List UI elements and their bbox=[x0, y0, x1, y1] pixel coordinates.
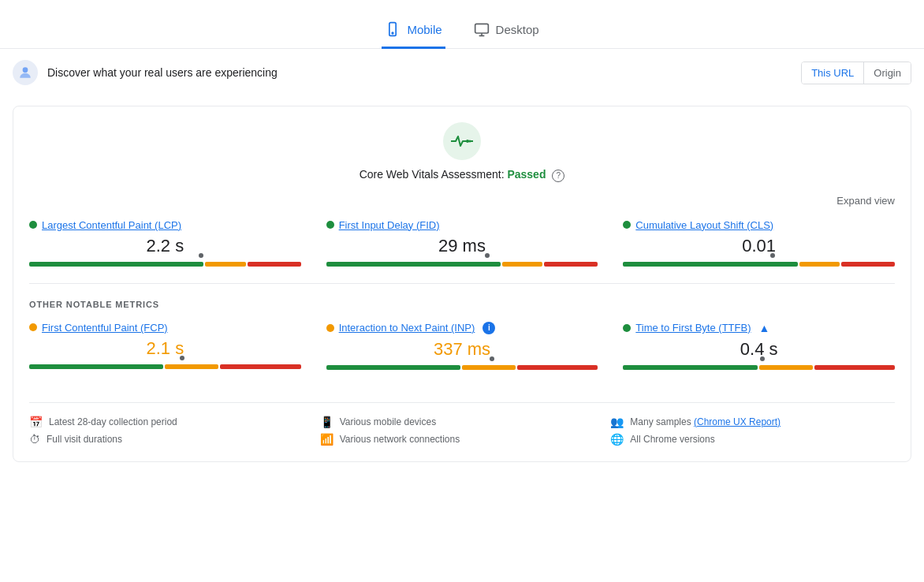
ttfb-label[interactable]: Time to First Byte (TTFB) bbox=[635, 322, 751, 334]
metric-ttfb: Time to First Byte (TTFB) ▲ 0.4 s bbox=[623, 322, 895, 371]
inp-dot bbox=[326, 324, 334, 332]
fid-value: 29 ms bbox=[326, 236, 598, 256]
ttfb-bar-marker bbox=[759, 361, 766, 372]
footer-col-3: 👥 Many samples (Chrome UX Report) 🌐 All … bbox=[610, 416, 895, 446]
calendar-icon: 📅 bbox=[29, 416, 43, 428]
metric-fcp-label-row: First Contentful Paint (FCP) bbox=[29, 322, 301, 334]
footer-chrome-text: All Chrome versions bbox=[630, 434, 714, 445]
cls-bar-red bbox=[841, 262, 895, 267]
footer-col-2: 📱 Various mobile devices 📶 Various netwo… bbox=[320, 416, 605, 446]
fid-bar-marker bbox=[484, 258, 490, 269]
metric-lcp-label-row: Largest Contentful Paint (LCP) bbox=[29, 219, 301, 231]
footer-collection-period: 📅 Latest 28-day collection period bbox=[29, 416, 314, 428]
metric-ttfb-label-row: Time to First Byte (TTFB) ▲ bbox=[623, 322, 895, 334]
ttfb-bar-orange bbox=[759, 365, 813, 370]
cwv-header: Core Web Vitals Assessment: Passed ? bbox=[29, 122, 895, 182]
ttfb-bar-red bbox=[814, 365, 895, 370]
users-icon: 👥 bbox=[610, 416, 624, 428]
lcp-bar-orange bbox=[205, 262, 245, 267]
ttfb-value: 0.4 s bbox=[623, 339, 895, 360]
fcp-dot bbox=[29, 323, 37, 331]
footer-chrome-versions: 🌐 All Chrome versions bbox=[610, 433, 895, 446]
cwv-assessment-label: Core Web Vitals Assessment: bbox=[360, 168, 505, 181]
other-metrics-title: OTHER NOTABLE METRICS bbox=[29, 300, 895, 309]
ttfb-bar bbox=[623, 364, 895, 371]
cls-bar-marker bbox=[769, 258, 776, 269]
footer-network-text: Various network connections bbox=[340, 434, 460, 445]
fid-label[interactable]: First Input Delay (FID) bbox=[339, 219, 440, 231]
fid-bar-orange bbox=[502, 262, 542, 267]
tab-mobile-label: Mobile bbox=[407, 23, 442, 36]
pulse-icon bbox=[443, 122, 481, 160]
cwv-assessment-row: Core Web Vitals Assessment: Passed ? bbox=[360, 168, 565, 182]
svg-point-5 bbox=[469, 140, 471, 143]
chrome-ux-report-link[interactable]: (Chrome UX Report) bbox=[694, 416, 781, 427]
inp-info-badge[interactable]: i bbox=[482, 322, 495, 334]
ttfb-dot bbox=[623, 324, 631, 332]
fid-bar-green bbox=[326, 262, 501, 267]
svg-rect-2 bbox=[475, 24, 488, 33]
fid-marker-dot bbox=[485, 253, 490, 258]
tab-bar: Mobile Desktop bbox=[0, 0, 924, 49]
ttfb-marker-dot bbox=[760, 356, 765, 361]
inp-bar-green bbox=[326, 365, 460, 370]
cls-dot bbox=[623, 221, 631, 229]
ttfb-bar-green bbox=[623, 365, 757, 370]
lcp-bar-marker bbox=[198, 258, 204, 269]
fcp-bar-red bbox=[220, 364, 300, 369]
metric-cls: Cumulative Layout Shift (CLS) 0.01 bbox=[623, 219, 895, 267]
metric-fcp: First Contentful Paint (FCP) 2.1 s bbox=[29, 322, 301, 371]
fcp-bar-green bbox=[29, 364, 163, 369]
tab-desktop[interactable]: Desktop bbox=[471, 13, 542, 49]
fcp-label[interactable]: First Contentful Paint (FCP) bbox=[42, 322, 168, 334]
svg-point-3 bbox=[23, 67, 28, 73]
this-url-button[interactable]: This URL bbox=[802, 62, 864, 84]
metric-inp-label-row: Interaction to Next Paint (INP) i bbox=[326, 322, 598, 334]
crux-avatar-icon bbox=[13, 60, 38, 85]
lcp-marker-dot bbox=[199, 253, 203, 258]
main-card: Core Web Vitals Assessment: Passed ? Exp… bbox=[13, 106, 911, 462]
cwv-help-icon[interactable]: ? bbox=[552, 170, 564, 182]
tab-desktop-label: Desktop bbox=[496, 23, 539, 36]
inp-bar bbox=[326, 364, 598, 371]
tab-mobile[interactable]: Mobile bbox=[382, 13, 445, 49]
lcp-label[interactable]: Largest Contentful Paint (LCP) bbox=[42, 219, 181, 231]
fid-dot bbox=[326, 221, 334, 229]
footer-mobile-text: Various mobile devices bbox=[340, 416, 437, 427]
desktop-icon bbox=[474, 21, 490, 37]
fid-bar bbox=[326, 261, 598, 267]
cls-bar-orange bbox=[799, 262, 840, 267]
fcp-marker-dot bbox=[180, 356, 184, 360]
metric-fid-label-row: First Input Delay (FID) bbox=[326, 219, 598, 231]
mobile-icon bbox=[385, 21, 401, 37]
wifi-icon: 📶 bbox=[320, 433, 333, 446]
cls-value: 0.01 bbox=[623, 236, 895, 256]
cls-label[interactable]: Cumulative Layout Shift (CLS) bbox=[635, 219, 773, 231]
footer-col-1: 📅 Latest 28-day collection period ⏱ Full… bbox=[29, 416, 314, 446]
lcp-dot bbox=[29, 221, 37, 229]
other-metrics-section: OTHER NOTABLE METRICS First Contentful P… bbox=[29, 300, 895, 386]
metric-inp: Interaction to Next Paint (INP) i 337 ms bbox=[326, 322, 598, 371]
mobile-device-icon: 📱 bbox=[320, 416, 333, 428]
other-metrics-grid: First Contentful Paint (FCP) 2.1 s Inter… bbox=[29, 322, 895, 386]
footer-network: 📶 Various network connections bbox=[320, 433, 605, 446]
footer-collection-text: Latest 28-day collection period bbox=[49, 416, 177, 427]
origin-button[interactable]: Origin bbox=[864, 62, 911, 84]
expand-view-button[interactable]: Expand view bbox=[29, 195, 895, 207]
core-metrics-grid: Largest Contentful Paint (LCP) 2.2 s Fir… bbox=[29, 219, 895, 284]
footer-visit-text: Full visit durations bbox=[47, 434, 122, 445]
footer-mobile-devices: 📱 Various mobile devices bbox=[320, 416, 605, 428]
cwv-assessment-status: Passed bbox=[507, 168, 546, 181]
metric-cls-label-row: Cumulative Layout Shift (CLS) bbox=[623, 219, 895, 231]
section-header: Discover what your real users are experi… bbox=[0, 49, 924, 96]
section-header-title: Discover what your real users are experi… bbox=[47, 66, 278, 79]
cls-marker-dot bbox=[770, 253, 775, 258]
inp-label[interactable]: Interaction to Next Paint (INP) bbox=[339, 322, 475, 334]
ttfb-triangle-badge[interactable]: ▲ bbox=[758, 322, 769, 334]
fcp-bar-orange bbox=[165, 364, 218, 369]
footer-samples-text: Many samples (Chrome UX Report) bbox=[630, 416, 781, 427]
footer-samples: 👥 Many samples (Chrome UX Report) bbox=[610, 416, 895, 428]
metric-lcp: Largest Contentful Paint (LCP) 2.2 s bbox=[29, 219, 301, 267]
fcp-bar bbox=[29, 364, 301, 370]
lcp-bar bbox=[29, 261, 301, 267]
